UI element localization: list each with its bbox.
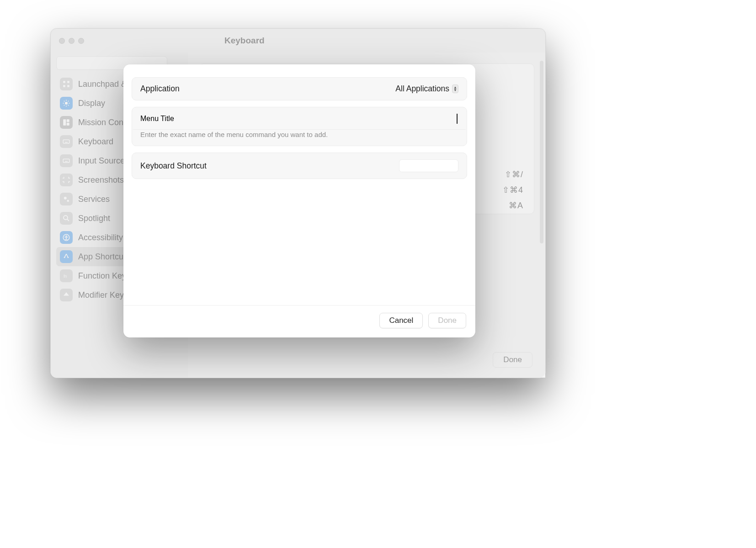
svg-rect-16 [63,140,69,143]
window-controls [59,38,84,44]
svg-line-27 [67,219,69,221]
keyboard-shortcut-input[interactable] [399,159,458,172]
chevron-up-down-icon: ▲▼ [452,84,458,93]
svg-point-26 [64,216,68,220]
screenshot-icon [60,174,73,186]
svg-rect-2 [63,85,65,87]
close-window-button[interactable] [59,38,65,44]
done-button[interactable]: Done [493,352,532,368]
scrollbar[interactable] [540,61,543,243]
zoom-window-button[interactable] [78,38,84,44]
accessibility-icon [60,231,73,244]
keyboard-icon [60,154,73,167]
mission-control-icon [60,116,73,129]
sidebar-item-label: Display [78,99,105,108]
window-title: Keyboard [224,36,265,46]
svg-line-11 [64,105,65,106]
application-panel: Application All Applications ▲▼ [132,77,467,100]
menu-title-help: Enter the exact name of the menu command… [132,130,467,146]
menu-title-input[interactable] [457,114,458,124]
svg-line-9 [64,101,65,102]
minimize-window-button[interactable] [69,38,75,44]
menu-title-label: Menu Title [140,115,174,123]
svg-rect-13 [63,119,66,126]
svg-rect-3 [67,85,69,87]
svg-line-10 [68,105,69,106]
sidebar-item-label: App Shortcuts [78,252,130,262]
application-select[interactable]: All Applications ▲▼ [395,84,458,94]
sidebar-item-label: Screenshots [78,175,124,185]
grid-icon [60,78,73,90]
svg-text:fn: fn [64,274,67,279]
shortcut-value: ⌘A [502,198,523,213]
svg-point-4 [65,102,68,105]
svg-rect-0 [63,81,65,83]
keyboard-shortcut-label: Keyboard Shortcut [140,161,207,171]
brightness-icon [60,97,73,110]
keyboard-shortcut-panel: Keyboard Shortcut [132,153,467,179]
menu-title-panel: Menu Title Enter the exact name of the m… [132,107,467,146]
add-shortcut-sheet: Application All Applications ▲▼ Menu Tit… [123,64,475,337]
sidebar-item-label: Modifier Keys [78,290,128,300]
modifier-icon [60,289,73,301]
svg-rect-14 [67,119,69,122]
gears-icon [60,193,73,206]
application-label: Application [140,84,180,94]
svg-rect-22 [63,159,69,163]
sidebar-item-label: Function Keys [78,271,130,281]
done-button[interactable]: Done [428,313,466,328]
text-cursor [457,114,458,124]
svg-point-24 [64,197,67,200]
shortcut-value: ⇧⌘/ [502,167,523,182]
sidebar-item-label: Accessibility [78,233,123,242]
search-icon [60,212,73,225]
cancel-button[interactable]: Cancel [379,313,423,328]
svg-rect-1 [67,81,69,83]
sheet-footer: Cancel Done [123,305,475,337]
svg-point-25 [67,200,69,202]
sidebar-item-label: Input Sources [78,156,129,166]
svg-line-12 [68,101,69,102]
window-title-area: Keyboard [211,29,545,53]
appstore-icon [60,250,73,263]
fn-icon: fn [60,269,73,282]
svg-point-29 [66,236,67,237]
shortcut-list: ⇧⌘/ ⇧⌘4 ⌘A [502,167,523,214]
svg-rect-15 [67,123,69,126]
keyboard-icon [60,135,73,148]
sidebar-item-label: Spotlight [78,214,110,223]
shortcut-value: ⇧⌘4 [502,182,523,198]
sidebar-item-label: Keyboard [78,137,113,147]
application-value: All Applications [395,84,449,94]
sidebar-item-label: Services [78,195,110,204]
